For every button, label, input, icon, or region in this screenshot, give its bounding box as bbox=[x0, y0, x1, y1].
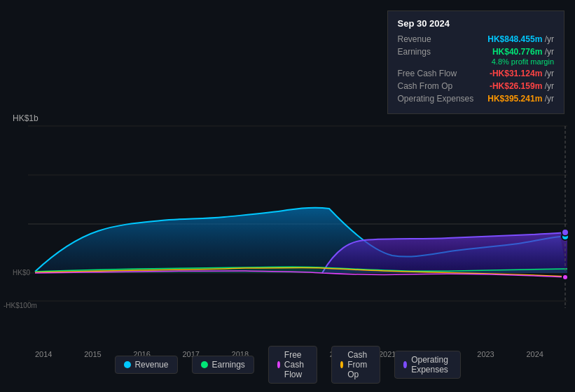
tooltip-profit-margin: 4.8% profit margin bbox=[398, 57, 554, 66]
tooltip-cfo-label: Cash From Op bbox=[398, 81, 453, 91]
legend-item-earnings[interactable]: Earnings bbox=[191, 356, 254, 374]
legend-label-revenue: Revenue bbox=[134, 360, 168, 370]
chart-legend: Revenue Earnings Free Cash Flow Cash Fro… bbox=[114, 346, 460, 384]
chart-svg: HK$0 -HK$100m bbox=[0, 119, 575, 322]
tooltip-revenue-row: Revenue HK$848.455m /yr bbox=[398, 34, 554, 44]
x-label-2014: 2014 bbox=[35, 350, 52, 358]
tooltip-cfo-value: -HK$26.159m /yr bbox=[490, 81, 554, 91]
legend-label-opex: Operating Expenses bbox=[411, 355, 451, 374]
opex-dot bbox=[403, 361, 407, 368]
tooltip-cfo-row: Cash From Op -HK$26.159m /yr bbox=[398, 81, 554, 91]
legend-item-fcf[interactable]: Free Cash Flow bbox=[268, 346, 317, 384]
tooltip-earnings-label: Earnings bbox=[398, 47, 431, 57]
tooltip-opex-label: Operating Expenses bbox=[398, 94, 474, 104]
svg-text:-HK$100m: -HK$100m bbox=[4, 302, 37, 309]
legend-item-revenue[interactable]: Revenue bbox=[114, 356, 177, 374]
legend-label-cfo: Cash From Op bbox=[347, 350, 371, 379]
fcf-dot bbox=[277, 361, 280, 368]
svg-text:HK$0: HK$0 bbox=[13, 269, 30, 276]
tooltip-fcf-row: Free Cash Flow -HK$31.124m /yr bbox=[398, 69, 554, 78]
tooltip-earnings-row: Earnings HK$40.776m /yr bbox=[398, 47, 554, 57]
cfo-dot bbox=[340, 361, 343, 368]
x-label-2015: 2015 bbox=[84, 350, 101, 358]
tooltip-revenue-value: HK$848.455m /yr bbox=[487, 34, 554, 44]
data-tooltip: Sep 30 2024 Revenue HK$848.455m /yr Earn… bbox=[387, 10, 564, 114]
tooltip-earnings-value: HK$40.776m /yr bbox=[492, 47, 554, 57]
revenue-dot bbox=[123, 361, 130, 368]
earnings-dot bbox=[200, 361, 207, 368]
tooltip-fcf-value: -HK$31.124m /yr bbox=[490, 69, 554, 78]
x-label-2023: 2023 bbox=[477, 350, 494, 358]
svg-point-9 bbox=[562, 229, 569, 236]
legend-item-cfo[interactable]: Cash From Op bbox=[331, 346, 380, 384]
tooltip-fcf-label: Free Cash Flow bbox=[398, 69, 457, 78]
svg-point-11 bbox=[562, 274, 568, 280]
tooltip-date: Sep 30 2024 bbox=[398, 18, 554, 29]
legend-item-opex[interactable]: Operating Expenses bbox=[394, 351, 461, 379]
tooltip-opex-row: Operating Expenses HK$395.241m /yr bbox=[398, 94, 554, 104]
tooltip-opex-value: HK$395.241m /yr bbox=[487, 94, 554, 104]
legend-label-fcf: Free Cash Flow bbox=[284, 350, 308, 379]
legend-label-earnings: Earnings bbox=[212, 360, 244, 370]
x-label-2024: 2024 bbox=[526, 350, 543, 358]
tooltip-revenue-label: Revenue bbox=[398, 34, 431, 44]
